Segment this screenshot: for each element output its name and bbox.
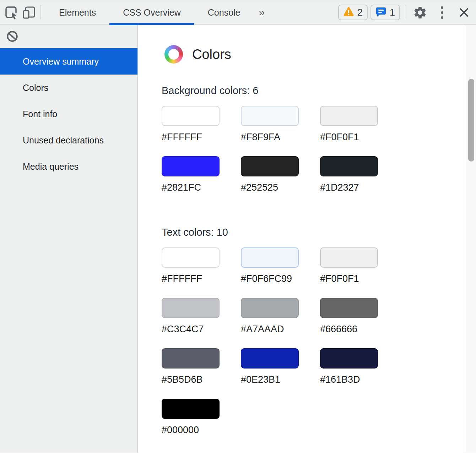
section-text-colors: Text colors: 10#FFFFFF#F0F6FC99#F0F0F1#C… <box>162 226 476 436</box>
swatch-cell: #C3C4C7 <box>162 298 241 335</box>
inspect-element-button[interactable] <box>4 5 19 20</box>
warnings-badge[interactable]: 2 <box>338 5 368 20</box>
colors-header: Colors <box>162 45 476 64</box>
swatch-hex-label: #666666 <box>320 323 399 335</box>
color-swatch-a7aaad[interactable] <box>241 298 299 318</box>
sidebar-item-font-info[interactable]: Font info <box>0 101 137 127</box>
sidebar-item-colors[interactable]: Colors <box>0 75 137 101</box>
swatch-grid: #FFFFFF#F8F9FA#F0F0F1#2821FC#252525#1D23… <box>162 106 476 193</box>
color-sections: Background colors: 6#FFFFFF#F8F9FA#F0F0F… <box>162 85 476 436</box>
swatch-cell: #5B5D6B <box>162 348 241 385</box>
vertical-scrollbar[interactable] <box>466 25 476 453</box>
color-swatch-1d2327[interactable] <box>320 156 378 176</box>
panel-tabs: ElementsCSS OverviewConsole <box>45 0 254 25</box>
swatch-cell: #666666 <box>320 298 399 335</box>
scrollbar-thumb[interactable] <box>468 79 474 162</box>
swatch-cell: #F0F0F1 <box>320 106 399 143</box>
settings-button[interactable] <box>412 5 428 20</box>
css-overview-sidebar: Overview summaryColorsFont infoUnused de… <box>0 25 138 453</box>
color-swatch-ffffff[interactable] <box>162 106 220 126</box>
swatch-hex-label: #252525 <box>241 182 320 193</box>
swatch-hex-label: #2821FC <box>162 182 241 193</box>
swatch-cell: #FFFFFF <box>162 247 241 284</box>
swatch-hex-label: #1D2327 <box>320 182 399 193</box>
swatch-hex-label: #F0F6FC99 <box>241 273 320 284</box>
devtools-toolbar: ElementsCSS OverviewConsole » 2 1 <box>0 0 476 25</box>
color-swatch-5b5d6b[interactable] <box>162 348 220 369</box>
swatch-cell: #2821FC <box>162 156 241 193</box>
color-swatch-f0f0f1[interactable] <box>320 106 378 126</box>
warning-count: 2 <box>357 7 363 18</box>
color-swatch-f8f9fa[interactable] <box>241 106 299 126</box>
more-options-button[interactable] <box>434 5 450 20</box>
swatch-hex-label: #A7AAAD <box>241 323 320 335</box>
kebab-menu-icon <box>441 6 443 19</box>
color-swatch-ffffff[interactable] <box>162 247 220 268</box>
sidebar-item-media-queries[interactable]: Media queries <box>0 153 137 180</box>
gear-icon <box>413 5 427 20</box>
color-swatch-252525[interactable] <box>241 156 299 176</box>
close-devtools-button[interactable] <box>456 5 472 20</box>
toolbar-divider <box>40 5 41 20</box>
swatch-cell: #FFFFFF <box>162 106 241 143</box>
color-swatch-666666[interactable] <box>320 298 378 318</box>
swatch-hex-label: #161B3D <box>320 374 399 385</box>
section-heading: Background colors: 6 <box>162 85 476 97</box>
inspect-cursor-icon <box>4 5 18 20</box>
color-swatch-161b3d[interactable] <box>320 348 378 369</box>
toolbar-divider <box>406 5 406 20</box>
device-toolbar-button[interactable] <box>21 5 37 20</box>
color-swatch-c3c4c7[interactable] <box>162 298 220 318</box>
color-swatch-f0f0f1[interactable] <box>320 247 378 268</box>
swatch-hex-label: #F8F9FA <box>241 131 320 143</box>
issues-badge[interactable]: 1 <box>370 5 400 20</box>
swatch-hex-label: #5B5D6B <box>162 374 241 385</box>
swatch-hex-label: #FFFFFF <box>162 131 241 143</box>
more-tabs-button[interactable]: » <box>254 0 270 25</box>
swatch-hex-label: #000000 <box>162 424 241 436</box>
swatch-cell: #F0F0F1 <box>320 247 399 284</box>
swatch-hex-label: #F0F0F1 <box>320 273 399 284</box>
panel-body: Overview summaryColorsFont infoUnused de… <box>0 25 476 453</box>
swatch-hex-label: #FFFFFF <box>162 273 241 284</box>
swatch-cell: #000000 <box>162 399 241 436</box>
swatch-hex-label: #C3C4C7 <box>162 323 241 335</box>
color-swatch-000000[interactable] <box>162 399 220 419</box>
swatch-hex-label: #0E23B1 <box>241 374 320 385</box>
swatch-cell: #A7AAAD <box>241 298 320 335</box>
swatch-cell: #1D2327 <box>320 156 399 193</box>
colors-report: Colors Background colors: 6#FFFFFF#F8F9F… <box>138 25 476 436</box>
device-toolbar-icon <box>22 5 36 20</box>
tab-css-overview[interactable]: CSS Overview <box>109 0 194 25</box>
tab-console[interactable]: Console <box>194 0 254 25</box>
swatch-cell: #252525 <box>241 156 320 193</box>
swatch-cell: #F8F9FA <box>241 106 320 143</box>
color-swatch-2821fc[interactable] <box>162 156 220 176</box>
sidebar-item-overview-summary[interactable]: Overview summary <box>0 48 137 75</box>
swatch-grid: #FFFFFF#F0F6FC99#F0F0F1#C3C4C7#A7AAAD#66… <box>162 247 476 436</box>
swatch-cell: #F0F6FC99 <box>241 247 320 284</box>
sidebar-items: Overview summaryColorsFont infoUnused de… <box>0 48 137 180</box>
tab-elements[interactable]: Elements <box>45 0 109 25</box>
clear-overview-button[interactable] <box>4 29 20 44</box>
sidebar-item-unused-declarations[interactable]: Unused declarations <box>0 127 137 153</box>
swatch-cell: #161B3D <box>320 348 399 385</box>
color-swatch-f0f6fc99[interactable] <box>241 247 299 268</box>
color-wheel-icon <box>164 45 183 64</box>
close-icon <box>458 6 470 18</box>
swatch-cell: #0E23B1 <box>241 348 320 385</box>
sidebar-toolbar <box>0 25 137 48</box>
color-swatch-0e23b1[interactable] <box>241 348 299 369</box>
issues-message-icon <box>375 6 386 19</box>
issues-count: 1 <box>390 7 395 18</box>
section-heading: Text colors: 10 <box>162 226 476 238</box>
warning-icon <box>343 7 354 18</box>
page-title: Colors <box>192 47 231 62</box>
block-icon <box>6 30 18 43</box>
css-overview-main: Colors Background colors: 6#FFFFFF#F8F9F… <box>138 25 476 453</box>
section-background-colors: Background colors: 6#FFFFFF#F8F9FA#F0F0F… <box>162 85 476 193</box>
swatch-hex-label: #F0F0F1 <box>320 131 399 143</box>
